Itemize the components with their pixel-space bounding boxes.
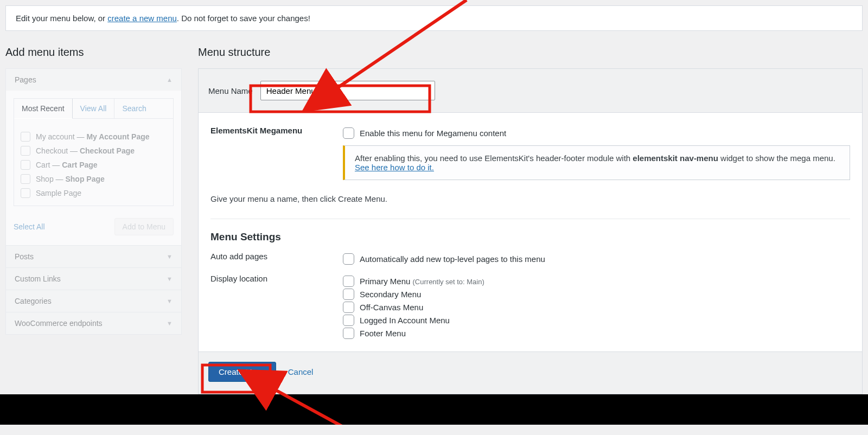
info-text-2: . Do not forget to save your changes! — [177, 14, 310, 23]
checkbox-icon[interactable] — [343, 253, 354, 265]
checkbox-icon[interactable] — [343, 127, 354, 139]
list-item[interactable]: Sample Page — [21, 188, 167, 198]
menu-hint: Give your menu a name, then click Create… — [210, 194, 850, 203]
loc-offcanvas[interactable]: Off-Canvas Menu — [343, 302, 850, 313]
checkbox-icon[interactable] — [21, 160, 30, 170]
acc-pages-head[interactable]: Pages ▲ — [6, 69, 181, 91]
checkbox-icon[interactable] — [343, 289, 354, 300]
acc-categories: Categories ▼ — [5, 290, 182, 312]
loc-logged-in[interactable]: Logged In Account Menu — [343, 315, 850, 326]
chevron-up-icon: ▲ — [167, 76, 173, 83]
chevron-down-icon: ▼ — [167, 320, 173, 327]
info-bar: Edit your menu below, or create a new me… — [5, 5, 863, 31]
acc-custom-links-head[interactable]: Custom Links ▼ — [6, 268, 181, 290]
display-location-label: Display location — [210, 274, 330, 283]
checkbox-icon[interactable] — [21, 188, 30, 198]
loc-secondary[interactable]: Secondary Menu — [343, 289, 850, 300]
info-text-1: Edit your menu below, or — [16, 14, 107, 23]
menu-name-label: Menu Name — [208, 86, 253, 95]
checkbox-icon[interactable] — [21, 146, 30, 156]
chevron-down-icon: ▼ — [167, 298, 173, 304]
list-item[interactable]: Shop — Shop Page — [21, 174, 167, 184]
menu-card: Menu Name ElementsKit Megamenu Enable th… — [198, 68, 863, 394]
list-item[interactable]: Cart — Cart Page — [21, 160, 167, 170]
menu-name-input[interactable] — [260, 81, 435, 100]
auto-add-option[interactable]: Automatically add new top-level pages to… — [343, 253, 850, 265]
select-all-link[interactable]: Select All — [14, 222, 45, 231]
create-menu-button[interactable]: Create Menu — [208, 362, 276, 382]
tab-most-recent[interactable]: Most Recent — [14, 99, 73, 119]
checkbox-icon[interactable] — [21, 174, 30, 184]
acc-wc-endpoints-head[interactable]: WooCommerce endpoints ▼ — [6, 312, 181, 334]
checkbox-icon[interactable] — [343, 276, 354, 287]
loc-primary[interactable]: Primary Menu (Currently set to: Main) — [343, 276, 850, 287]
megamenu-enable-option[interactable]: Enable this menu for Megamenu content — [343, 127, 850, 139]
bottom-bar — [0, 394, 868, 425]
add-to-menu-button: Add to Menu — [114, 218, 174, 235]
checkbox-icon[interactable] — [343, 315, 354, 326]
megamenu-howto-link[interactable]: See here how to do it. — [355, 163, 434, 172]
acc-pages-label: Pages — [15, 75, 36, 84]
menu-card-header: Menu Name — [199, 69, 862, 113]
acc-wc-endpoints: WooCommerce endpoints ▼ — [5, 312, 182, 335]
checkbox-icon[interactable] — [21, 132, 30, 142]
separator — [210, 219, 850, 219]
acc-posts: Posts ▼ — [5, 246, 182, 268]
pages-list: My account — My Account Page Checkout — … — [14, 118, 174, 206]
acc-custom-links: Custom Links ▼ — [5, 268, 182, 290]
chevron-down-icon: ▼ — [167, 253, 173, 260]
acc-pages-body: Most Recent View All Search My account —… — [6, 91, 181, 245]
acc-pages: Pages ▲ Most Recent View All Search My a… — [5, 68, 182, 246]
acc-posts-head[interactable]: Posts ▼ — [6, 246, 181, 267]
loc-footer[interactable]: Footer Menu — [343, 328, 850, 339]
add-menu-items-title: Add menu items — [5, 46, 182, 59]
checkbox-icon[interactable] — [343, 302, 354, 313]
menu-card-footer: Create Menu Cancel — [199, 351, 862, 394]
auto-add-label: Auto add pages — [210, 252, 330, 261]
tab-view-all[interactable]: View All — [73, 99, 115, 119]
menu-structure-title: Menu structure — [198, 46, 863, 59]
pages-subtabs: Most Recent View All Search — [14, 98, 174, 119]
megamenu-label: ElementsKit Megamenu — [210, 126, 330, 135]
acc-categories-head[interactable]: Categories ▼ — [6, 290, 181, 312]
checkbox-icon[interactable] — [343, 328, 354, 339]
chevron-down-icon: ▼ — [167, 276, 173, 282]
tab-search[interactable]: Search — [114, 99, 154, 119]
create-new-menu-link[interactable]: create a new menu — [107, 14, 177, 23]
list-item[interactable]: Checkout — Checkout Page — [21, 146, 167, 156]
menu-settings-title: Menu Settings — [210, 231, 850, 243]
cancel-link[interactable]: Cancel — [288, 367, 314, 376]
list-item[interactable]: My account — My Account Page — [21, 132, 167, 142]
megamenu-note: After enabling this, you need to use Ele… — [343, 145, 850, 180]
